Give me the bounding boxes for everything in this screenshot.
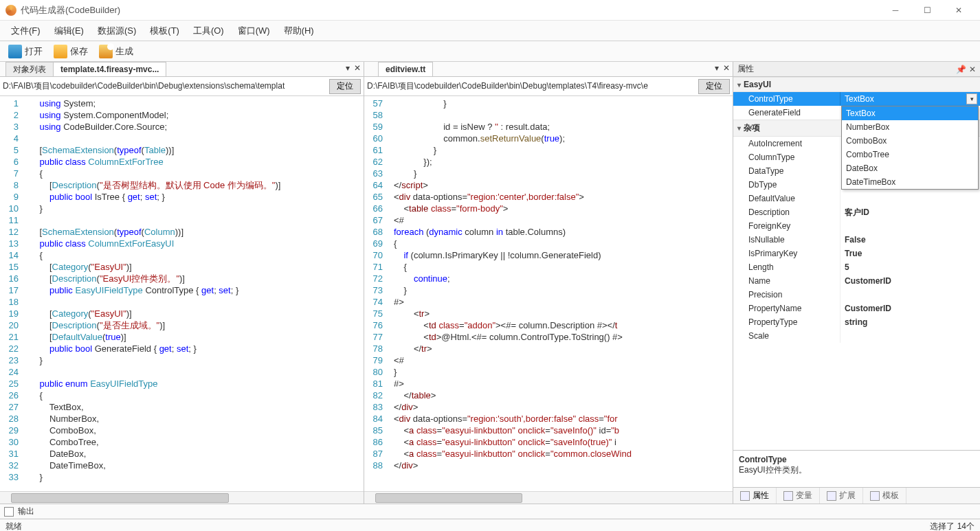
save-icon [54,45,67,58]
pin-icon[interactable]: 📌 [956,65,966,74]
left-pane: 对象列表 template.t4.fireasy-mvc... ▾✕ 定位 12… [0,62,364,504]
menu-tool[interactable]: 工具(O) [186,22,231,40]
proptab-properties[interactable]: 属性 [733,488,777,504]
status-ready: 就绪 [5,521,22,531]
left-tab-dropdown[interactable]: ▾ [346,63,350,73]
left-editor[interactable]: 1234567891011121314151617181920212223242… [0,96,364,491]
tab-object-list[interactable]: 对象列表 [5,62,54,76]
prop-foreignkey[interactable]: ForeignKey [733,219,980,233]
prop-propertyname[interactable]: PropertyNameCustomerID [733,302,980,315]
minimize-button[interactable]: ─ [880,0,911,21]
generate-button[interactable]: 生成 [95,43,137,60]
menu-datasource[interactable]: 数据源(S) [91,22,143,40]
prop-propertytype[interactable]: PropertyTypestring [733,315,980,329]
mid-hscroll[interactable] [364,491,733,504]
prop-name[interactable]: NameCustomerID [733,274,980,288]
prop-length[interactable]: Length5 [733,260,980,274]
prop-controltype[interactable]: ControlType TextBox▾ [733,92,980,106]
prop-isnullable[interactable]: IsNullableFalse [733,233,980,247]
menu-template[interactable]: 模板(T) [143,22,186,40]
open-icon [8,45,22,58]
properties-close[interactable]: ✕ [969,65,976,74]
chevron-down-icon: ▾ [737,124,741,132]
left-locate-button[interactable]: 定位 [329,79,361,94]
close-button[interactable]: ✕ [943,0,975,21]
menubar: 文件(F) 编辑(E) 数据源(S) 模板(T) 工具(O) 窗口(W) 帮助(… [0,21,980,41]
left-hscroll[interactable] [0,491,364,504]
property-description: ControlType EasyUI控件类别。 [733,450,980,487]
mid-tab-dropdown[interactable]: ▾ [715,63,719,73]
properties-title: 属性 [737,63,754,75]
tab-template-t4[interactable]: template.t4.fireasy-mvc... [53,62,166,76]
chevron-down-icon: ▾ [737,81,741,89]
prop-defaultvalue[interactable]: DefaultValue [733,192,980,205]
proptab-extend[interactable]: 扩展 [820,488,863,504]
mid-path-input[interactable] [367,79,695,94]
menu-help[interactable]: 帮助(H) [277,22,321,40]
variables-icon [783,491,793,501]
tab-editview[interactable]: editview.tt [378,62,433,76]
proptab-variables[interactable]: 变量 [777,488,820,504]
mid-tab-close[interactable]: ✕ [723,63,730,73]
option-textbox[interactable]: TextBox [842,106,978,120]
mid-editor[interactable]: 5758596061626364656667686970717273747576… [364,96,733,491]
generate-icon [99,45,113,58]
option-combotree[interactable]: ComboTree [842,148,978,161]
titlebar: 代码生成器(CodeBuilder) ─ ☐ ✕ [0,0,980,21]
proptab-template[interactable]: 模板 [863,488,906,504]
properties-pane: 属性 📌✕ ▾EasyUI ControlType TextBox▾ Gener… [733,62,980,504]
category-easyui[interactable]: ▾EasyUI [733,77,980,92]
window-title: 代码生成器(CodeBuilder) [21,4,880,16]
controltype-dropdown-button[interactable]: ▾ [966,93,977,104]
extend-icon [827,491,836,501]
menu-file[interactable]: 文件(F) [4,22,47,40]
left-tabstrip: 对象列表 template.t4.fireasy-mvc... ▾✕ [0,62,364,77]
mid-pane: editview.tt ▾✕ 定位 5758596061626364656667… [364,62,733,504]
status-selection: 选择了 14个 [930,521,975,531]
output-icon [4,507,14,517]
property-grid[interactable]: ▾EasyUI ControlType TextBox▾ GenerateFie… [733,77,980,450]
left-path-input[interactable] [3,79,326,94]
option-datebox[interactable]: DateBox [842,161,978,175]
option-numberbox[interactable]: NumberBox [842,120,978,134]
option-datetimebox[interactable]: DateTimeBox [842,175,978,189]
left-tab-close[interactable]: ✕ [354,63,361,73]
app-icon [5,5,16,16]
properties-icon [740,491,750,501]
menu-window[interactable]: 窗口(W) [231,22,277,40]
save-button[interactable]: 保存 [49,43,92,60]
template-icon [870,491,880,501]
mid-tabstrip: editview.tt ▾✕ [364,62,733,77]
prop-isprimarykey[interactable]: IsPrimaryKeyTrue [733,247,980,260]
prop-precision[interactable]: Precision [733,288,980,302]
output-bar[interactable]: 输出 [0,504,980,519]
statusbar: 就绪 选择了 14个 [0,519,980,531]
open-button[interactable]: 打开 [4,43,47,60]
prop-scale[interactable]: Scale [733,329,980,343]
controltype-dropdown[interactable]: TextBoxNumberBoxComboBoxComboTreeDateBox… [841,106,979,190]
option-combobox[interactable]: ComboBox [842,134,978,148]
toolbar: 打开 保存 生成 [0,41,980,62]
prop-description[interactable]: Description客户ID [733,205,980,219]
maximize-button[interactable]: ☐ [911,0,943,21]
mid-locate-button[interactable]: 定位 [698,79,730,94]
menu-edit[interactable]: 编辑(E) [47,22,91,40]
property-tabs: 属性 变量 扩展 模板 [733,487,980,504]
